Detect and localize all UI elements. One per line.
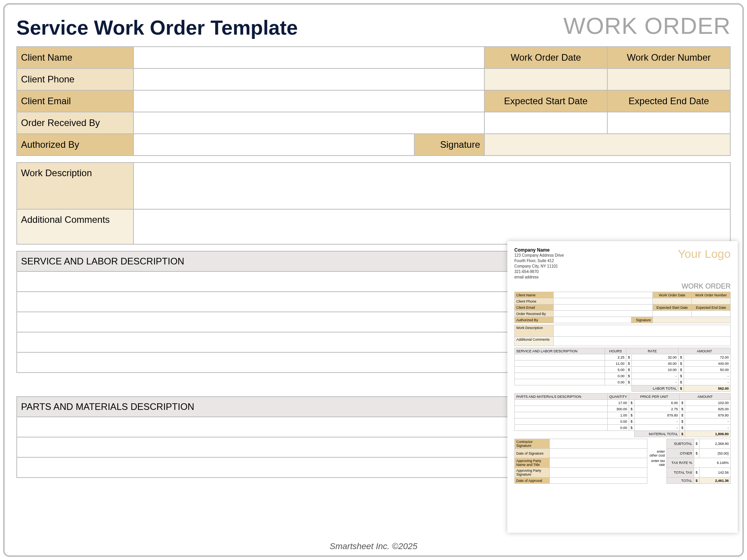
label-signature: Signature	[414, 134, 484, 156]
field-order-received-by[interactable]	[133, 112, 484, 134]
thumb-svc-r2: 10.00	[632, 367, 679, 373]
description-table: Work Description Additional Comments	[16, 162, 731, 245]
thumb-phone: 321-654-9870	[514, 269, 731, 275]
field-client-phone[interactable]	[133, 68, 484, 90]
part-desc-2[interactable]	[17, 457, 574, 478]
thumb-svc-r0: 32.00	[632, 354, 679, 360]
thumb-label-wo-num: Work Order Number	[692, 292, 731, 298]
page-title: Service Work Order Template	[16, 16, 298, 39]
label-expected-start: Expected Start Date	[484, 90, 607, 112]
thumb-pp0: 6.00	[634, 400, 680, 406]
thumb-pp3: -	[634, 418, 680, 425]
thumb-field	[550, 468, 647, 478]
label-wo-date: Work Order Date	[484, 47, 607, 68]
thumb-pa1: 825.00	[685, 406, 731, 412]
svc-desc-2[interactable]	[17, 312, 574, 332]
field-expected-end[interactable]	[607, 112, 730, 134]
thumb-col-svc: SERVICE AND LABOR DESCRIPTION	[515, 348, 605, 354]
col-parts-materials: PARTS AND MATERIALS DESCRIPTION	[17, 397, 574, 417]
thumb-parts-table: PARTS AND MATERIALS DESCRIPTION QUANTITY…	[514, 393, 731, 437]
thumb-pa2: 879.80	[685, 412, 731, 418]
thumb-d: $	[679, 354, 684, 360]
thumb-col-qty: QUANTITY	[607, 394, 629, 400]
part-desc-0[interactable]	[17, 417, 574, 437]
client-info-table: Client Name Work Order Date Work Order N…	[16, 46, 731, 156]
thumb-total: 2,461.36	[700, 478, 731, 484]
work-order-heading: WORK ORDER	[563, 12, 731, 39]
field-expected-start[interactable]	[484, 112, 607, 134]
thumb-mat-total: 1,806.80	[685, 431, 731, 437]
thumb-label-exp-end: Expected End Date	[692, 304, 731, 311]
thumb-d: $	[629, 406, 634, 412]
part-desc-1[interactable]	[17, 437, 574, 457]
thumb-label-client-phone: Client Phone	[515, 298, 554, 304]
svc-desc-0[interactable]	[17, 271, 574, 292]
thumb-label-taxrate: TAX RATE %	[666, 458, 694, 468]
thumb-field	[554, 298, 653, 304]
thumb-pp2: 879.80	[634, 412, 680, 418]
thumb-label-appr-name: Approving Party Name and Title	[515, 458, 550, 468]
thumb-desc-table: Work Description Additional Comments	[514, 325, 731, 346]
thumb-col-hours: HOURS	[605, 348, 626, 354]
thumb-field	[554, 325, 731, 337]
field-wo-date[interactable]	[484, 68, 607, 90]
thumb-svc-a2: 50.00	[684, 367, 731, 373]
thumb-svc-table: SERVICE AND LABOR DESCRIPTION HOURS RATE…	[514, 348, 731, 392]
thumb-label-total: TOTAL	[666, 478, 694, 484]
thumb-field	[653, 317, 731, 323]
thumb-logo: Your Logo	[678, 247, 731, 261]
thumb-d: $	[694, 478, 699, 484]
thumb-svc-a1: 440.00	[684, 360, 731, 367]
thumb-d: $	[679, 379, 684, 385]
thumb-col-parts: PARTS AND MATERIALS DESCRIPTION	[515, 394, 608, 400]
thumb-email: email address	[514, 275, 731, 280]
label-order-received-by: Order Received By	[17, 112, 133, 134]
thumb-svc-h1: 11.00	[605, 360, 626, 367]
thumb-d: $	[680, 418, 685, 425]
thumb-totaltax: 142.56	[700, 468, 731, 478]
thumb-taxrate: 6.148%	[694, 458, 730, 468]
field-signature[interactable]	[484, 134, 730, 156]
thumb-label-contractor-sig: Contractor Signature	[515, 439, 550, 449]
thumb-field	[550, 449, 647, 458]
thumb-field	[550, 458, 647, 468]
thumb-d: $	[680, 431, 685, 437]
thumb-label-date-sig: Date of Signature	[515, 449, 550, 458]
thumb-field	[653, 298, 692, 304]
thumb-d: $	[680, 400, 685, 406]
thumb-label-exp-start: Expected Start Date	[653, 304, 692, 311]
thumb-label-order-rcvd: Order Received By	[515, 311, 554, 317]
thumb-subtotal: 2,368.80	[700, 439, 731, 449]
thumb-field	[550, 439, 647, 449]
thumb-info-table: Client Name Work Order Date Work Order N…	[514, 292, 731, 323]
thumb-pq3: 0.00	[607, 418, 629, 425]
thumb-d: $	[626, 367, 632, 373]
thumb-field	[653, 311, 692, 317]
field-work-description[interactable]	[133, 163, 730, 209]
field-wo-number[interactable]	[607, 68, 730, 90]
header: Service Work Order Template WORK ORDER	[16, 12, 731, 39]
label-authorized-by: Authorized By	[17, 134, 133, 156]
thumb-d: $	[680, 412, 685, 418]
thumb-field	[554, 304, 653, 311]
svc-desc-1[interactable]	[17, 292, 574, 312]
thumb-field	[692, 311, 731, 317]
thumb-svc-r3: -	[632, 373, 679, 379]
thumb-d: $	[629, 418, 634, 425]
thumb-label-subtotal: SUBTOTAL	[666, 439, 694, 449]
thumb-label-labor-total: LABOR TOTAL	[632, 385, 679, 392]
field-additional-comments[interactable]	[133, 209, 730, 244]
label-client-name: Client Name	[17, 47, 133, 68]
svc-desc-3[interactable]	[17, 332, 574, 352]
thumb-label-client-name: Client Name	[515, 292, 554, 298]
thumb-pp1: 2.75	[634, 406, 680, 412]
field-authorized-by[interactable]	[133, 134, 414, 156]
thumb-label-totaltax: TOTAL TAX	[666, 468, 694, 478]
thumb-pa0: 102.00	[685, 400, 731, 406]
field-client-name[interactable]	[133, 47, 484, 68]
svc-desc-4[interactable]	[17, 352, 574, 373]
field-client-email[interactable]	[133, 90, 484, 112]
thumb-d: $	[694, 449, 699, 458]
thumb-pa3: -	[685, 418, 731, 425]
thumb-label-date-appr: Date of Approval	[515, 478, 550, 484]
